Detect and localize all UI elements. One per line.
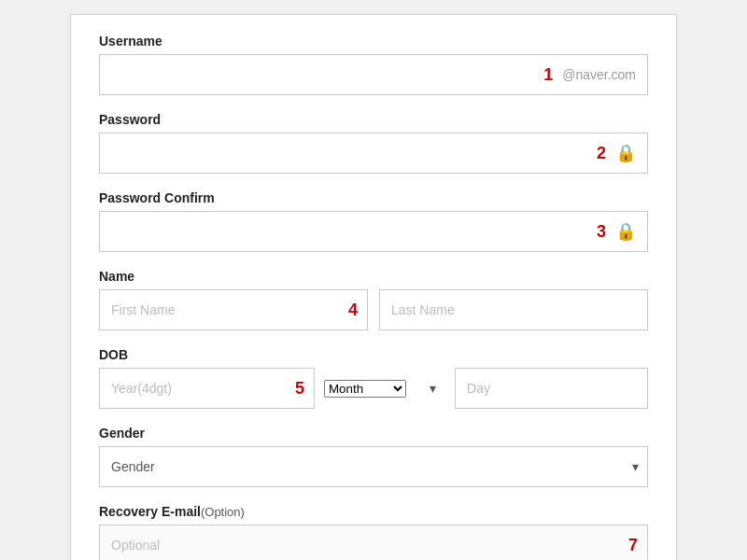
- name-row: 4: [99, 289, 648, 330]
- gender-select-wrapper: Gender Male Female Other: [99, 446, 648, 487]
- dob-year-number: 5: [286, 379, 314, 399]
- recovery-option-text: (Option): [201, 505, 245, 519]
- dob-day-wrapper: [455, 368, 648, 409]
- recovery-email-input[interactable]: [100, 525, 619, 560]
- recovery-input-wrapper: 7: [99, 525, 648, 560]
- dob-year-input[interactable]: [100, 369, 286, 408]
- gender-group: Gender Gender Male Female Other: [99, 426, 648, 487]
- registration-form: Username 1 @naver.com Password 2 🔒 Passw…: [70, 14, 677, 560]
- gender-select[interactable]: Gender Male Female Other: [99, 446, 648, 487]
- password-confirm-group: Password Confirm 3 🔒: [99, 190, 648, 252]
- lock-icon: 🔒: [615, 143, 647, 163]
- last-name-input[interactable]: [380, 290, 647, 329]
- password-confirm-label: Password Confirm: [99, 190, 648, 205]
- dob-label: DOB: [99, 347, 648, 362]
- first-name-wrapper: 4: [99, 289, 368, 330]
- dob-group: DOB 5 Month January February March April…: [99, 347, 648, 409]
- first-name-input[interactable]: [100, 290, 339, 329]
- last-name-wrapper: [379, 289, 648, 330]
- username-group: Username 1 @naver.com: [99, 34, 648, 95]
- password-number: 2: [587, 144, 615, 163]
- dob-month-wrapper: Month January February March April May J…: [324, 380, 445, 398]
- username-suffix: @naver.com: [562, 67, 647, 82]
- username-input-wrapper: 1 @naver.com: [99, 54, 648, 95]
- recovery-email-label: Recovery E-mail(Option): [99, 504, 648, 519]
- password-input-wrapper: 2 🔒: [99, 133, 648, 174]
- name-label: Name: [99, 269, 648, 284]
- recovery-number: 7: [619, 536, 647, 555]
- recovery-email-group: Recovery E-mail(Option) 7: [99, 504, 648, 560]
- username-label: Username: [99, 34, 648, 49]
- password-group: Password 2 🔒: [99, 112, 648, 174]
- name-number: 4: [339, 301, 367, 320]
- dob-year-wrapper: 5: [99, 368, 315, 409]
- username-input[interactable]: [100, 55, 534, 94]
- name-group: Name 4: [99, 269, 648, 330]
- password-label: Password: [99, 112, 648, 127]
- dob-row: 5 Month January February March April May…: [99, 368, 648, 409]
- password-confirm-input-wrapper: 3 🔒: [99, 211, 648, 252]
- password-confirm-input[interactable]: [100, 212, 587, 251]
- gender-label: Gender: [99, 426, 648, 441]
- dob-day-input[interactable]: [456, 369, 647, 408]
- password-input[interactable]: [100, 133, 587, 173]
- password-confirm-number: 3: [587, 222, 615, 242]
- lock-confirm-icon: 🔒: [615, 221, 647, 242]
- dob-month-select[interactable]: Month January February March April May J…: [324, 380, 406, 398]
- username-number: 1: [534, 65, 562, 85]
